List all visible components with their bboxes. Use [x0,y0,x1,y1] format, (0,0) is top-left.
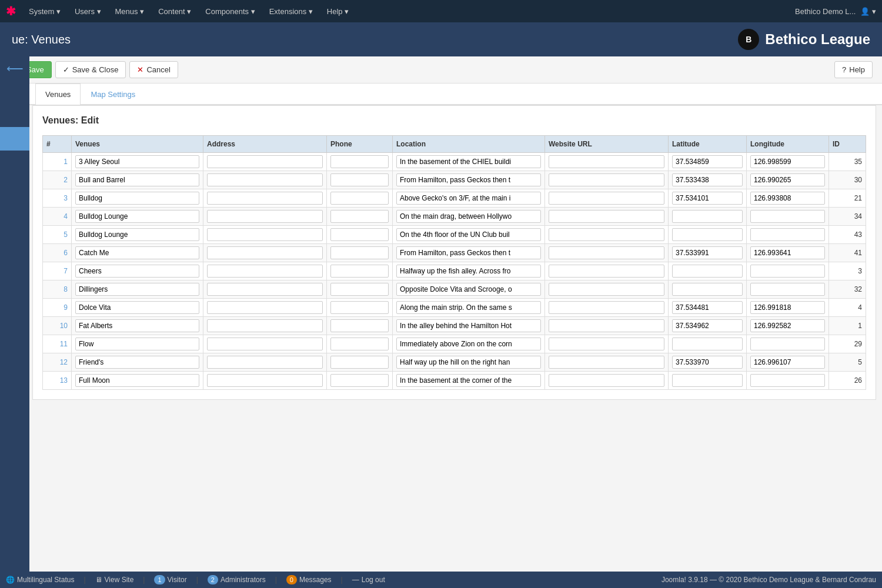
address-input[interactable] [207,246,323,259]
website-input[interactable] [549,246,664,259]
phone-input[interactable] [330,265,389,278]
website-input[interactable] [549,374,664,387]
venue-input[interactable] [75,173,199,186]
nav-users[interactable]: Users ▾ [69,2,107,21]
latitude-input[interactable] [672,356,743,369]
latitude-input[interactable] [672,283,743,296]
phone-input[interactable] [330,319,389,332]
address-input[interactable] [207,283,323,296]
address-input[interactable] [207,356,323,369]
longitude-input[interactable] [750,173,825,186]
longitude-input[interactable] [750,265,825,278]
location-input[interactable] [396,228,541,241]
location-input[interactable] [396,210,541,223]
website-input[interactable] [549,265,664,278]
website-input[interactable] [549,173,664,186]
latitude-input[interactable] [672,173,743,186]
save-close-button[interactable]: ✓ Save & Close [55,61,126,78]
latitude-input[interactable] [672,210,743,223]
venue-input[interactable] [75,265,199,278]
longitude-input[interactable] [750,246,825,259]
tab-venues[interactable]: Venues [35,83,81,105]
longitude-input[interactable] [750,228,825,241]
phone-input[interactable] [330,246,389,259]
address-input[interactable] [207,228,323,241]
phone-input[interactable] [330,228,389,241]
back-arrow-icon[interactable]: ⟵ [6,61,24,75]
address-input[interactable] [207,301,323,314]
address-input[interactable] [207,319,323,332]
website-input[interactable] [549,192,664,205]
venue-input[interactable] [75,192,199,205]
latitude-input[interactable] [672,246,743,259]
address-input[interactable] [207,155,323,168]
nav-components[interactable]: Components ▾ [199,2,260,21]
venue-input[interactable] [75,155,199,168]
phone-input[interactable] [330,210,389,223]
latitude-input[interactable] [672,374,743,387]
latitude-input[interactable] [672,319,743,332]
location-input[interactable] [396,283,541,296]
address-input[interactable] [207,265,323,278]
phone-input[interactable] [330,301,389,314]
location-input[interactable] [396,265,541,278]
venue-input[interactable] [75,246,199,259]
location-input[interactable] [396,246,541,259]
longitude-input[interactable] [750,356,825,369]
location-input[interactable] [396,356,541,369]
cancel-button[interactable]: ✕ Cancel [129,61,178,78]
address-input[interactable] [207,173,323,186]
address-input[interactable] [207,210,323,223]
phone-input[interactable] [330,192,389,205]
phone-input[interactable] [330,155,389,168]
website-input[interactable] [549,338,664,350]
phone-input[interactable] [330,374,389,387]
venue-input[interactable] [75,319,199,332]
nav-content[interactable]: Content ▾ [152,2,197,21]
phone-input[interactable] [330,283,389,296]
website-input[interactable] [549,283,664,296]
longitude-input[interactable] [750,301,825,314]
venue-input[interactable] [75,356,199,369]
address-input[interactable] [207,374,323,387]
help-button[interactable]: ? Help [834,61,873,78]
location-input[interactable] [396,155,541,168]
venue-input[interactable] [75,210,199,223]
phone-input[interactable] [330,173,389,186]
location-input[interactable] [396,173,541,186]
venue-input[interactable] [75,283,199,296]
location-input[interactable] [396,301,541,314]
phone-input[interactable] [330,338,389,350]
nav-extensions[interactable]: Extensions ▾ [263,2,319,21]
address-input[interactable] [207,192,323,205]
latitude-input[interactable] [672,155,743,168]
venue-input[interactable] [75,301,199,314]
latitude-input[interactable] [672,338,743,350]
longitude-input[interactable] [750,319,825,332]
latitude-input[interactable] [672,301,743,314]
location-input[interactable] [396,374,541,387]
venue-input[interactable] [75,338,199,350]
longitude-input[interactable] [750,374,825,387]
website-input[interactable] [549,319,664,332]
longitude-input[interactable] [750,338,825,350]
location-input[interactable] [396,319,541,332]
latitude-input[interactable] [672,228,743,241]
user-name[interactable]: Bethico Demo L... [795,7,856,16]
latitude-input[interactable] [672,192,743,205]
nav-help[interactable]: Help ▾ [321,2,355,21]
longitude-input[interactable] [750,192,825,205]
nav-menus[interactable]: Menus ▾ [109,2,151,21]
phone-input[interactable] [330,356,389,369]
latitude-input[interactable] [672,265,743,278]
venue-input[interactable] [75,374,199,387]
user-icon[interactable]: 👤 ▾ [860,7,876,16]
website-input[interactable] [549,228,664,241]
longitude-input[interactable] [750,210,825,223]
location-input[interactable] [396,192,541,205]
website-input[interactable] [549,155,664,168]
location-input[interactable] [396,338,541,350]
website-input[interactable] [549,210,664,223]
venue-input[interactable] [75,228,199,241]
website-input[interactable] [549,301,664,314]
